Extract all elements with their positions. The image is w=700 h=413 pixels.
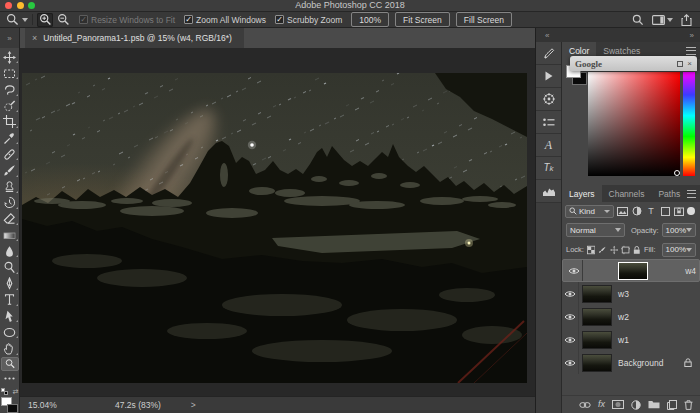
lock-image-pixels-icon[interactable] <box>598 245 606 255</box>
lock-position-icon[interactable] <box>610 245 618 255</box>
pen-tool[interactable] <box>1 276 19 292</box>
toolbar-collapse-button[interactable]: » <box>0 28 20 48</box>
lock-transparent-pixels-icon[interactable] <box>587 245 595 255</box>
new-layer-icon[interactable] <box>667 400 677 410</box>
search-icon[interactable] <box>632 14 644 26</box>
filter-wheel-panel-icon[interactable] <box>536 88 561 111</box>
zoom-in-button[interactable] <box>37 13 53 27</box>
spot-healing-brush-tool[interactable] <box>1 146 19 162</box>
opacity-dropdown[interactable]: 100% <box>662 223 696 237</box>
fill-dropdown[interactable]: 100% <box>662 243 696 257</box>
brush-tool[interactable] <box>1 162 19 178</box>
tab-paths[interactable]: Paths <box>651 185 687 202</box>
layer-thumbnail[interactable] <box>618 262 648 280</box>
document-canvas[interactable] <box>22 73 527 383</box>
eraser-tool[interactable] <box>1 211 19 227</box>
quick-selection-tool[interactable] <box>1 98 19 114</box>
visibility-toggle[interactable] <box>566 260 583 281</box>
brush-settings-panel-icon[interactable] <box>536 42 561 65</box>
add-layer-mask-icon[interactable] <box>612 400 624 409</box>
history-brush-tool[interactable] <box>1 195 19 211</box>
layer-name[interactable]: Background <box>618 358 663 368</box>
fit-screen-button[interactable]: Fit Screen <box>395 12 450 27</box>
layer-thumbnail[interactable] <box>582 331 612 349</box>
eyedropper-tool[interactable] <box>1 130 19 146</box>
panel-menu-icon[interactable] <box>687 190 696 198</box>
histogram-panel-icon[interactable] <box>536 180 561 203</box>
visibility-toggle[interactable] <box>562 305 579 328</box>
filter-adjustment-layers-icon[interactable] <box>631 205 643 218</box>
character-panel-icon[interactable] <box>536 111 561 134</box>
layer-thumbnail[interactable] <box>582 354 612 372</box>
google-extension-window[interactable]: Google × <box>570 56 697 71</box>
rectangular-marquee-tool[interactable] <box>1 65 19 81</box>
filter-smart-objects-icon[interactable] <box>673 205 685 218</box>
layer-row-w4[interactable]: w4 <box>562 259 700 282</box>
swap-colors-icon[interactable]: ⇄ <box>13 388 19 396</box>
lasso-tool[interactable] <box>1 81 19 97</box>
zoom-100-button[interactable]: 100% <box>351 12 389 27</box>
close-icon[interactable]: × <box>687 59 692 68</box>
zoom-level-field[interactable]: 15.04% <box>28 400 83 410</box>
filter-pixel-layers-icon[interactable] <box>616 205 628 218</box>
layer-name[interactable]: w2 <box>618 312 629 322</box>
link-layers-icon[interactable] <box>579 401 591 409</box>
path-selection-tool[interactable] <box>1 308 19 324</box>
layer-name[interactable]: w3 <box>618 289 629 299</box>
typekit-panel-icon[interactable]: Tk <box>536 157 561 180</box>
document-tab[interactable]: × Untitled_Panorama1-1.psb @ 15% (w4, RG… <box>25 28 244 48</box>
collapse-panels-icon[interactable]: » <box>690 31 694 40</box>
filter-type-layers-icon[interactable]: T <box>645 205 657 218</box>
edit-toolbar-button[interactable] <box>1 371 19 387</box>
visibility-toggle[interactable] <box>562 282 579 305</box>
move-tool[interactable] <box>1 49 19 65</box>
actions-panel-icon[interactable] <box>536 65 561 88</box>
blend-mode-dropdown[interactable]: Normal <box>566 223 625 237</box>
dodge-tool[interactable] <box>1 259 19 275</box>
layer-thumbnail[interactable] <box>582 308 612 326</box>
close-tab-icon[interactable]: × <box>32 33 37 43</box>
filtering-toggle[interactable] <box>687 207 695 215</box>
expand-panels-icon[interactable]: « <box>545 31 549 40</box>
layer-style-icon[interactable]: fx <box>598 400 605 409</box>
foreground-background-swatches[interactable] <box>1 397 19 413</box>
resize-windows-checkbox-group[interactable]: ✓ Resize Windows to Fit <box>79 15 175 25</box>
clone-stamp-tool[interactable] <box>1 179 19 195</box>
ellipse-shape-tool[interactable] <box>1 324 19 340</box>
zoom-tool[interactable] <box>1 357 19 371</box>
blur-tool[interactable] <box>1 243 19 259</box>
delete-layer-icon[interactable] <box>684 400 693 410</box>
workspace-switcher[interactable] <box>652 15 673 25</box>
background-color-swatch[interactable] <box>7 404 18 413</box>
color-picker-marker[interactable] <box>674 170 680 176</box>
new-adjustment-layer-icon[interactable] <box>631 400 641 410</box>
zoom-tool-indicator[interactable] <box>6 13 28 26</box>
maximize-icon[interactable] <box>677 61 683 67</box>
layer-row-w3[interactable]: w3 <box>562 282 700 305</box>
default-colors-icon[interactable] <box>1 388 9 396</box>
status-options-chevron[interactable]: > <box>191 400 196 410</box>
visibility-toggle[interactable] <box>562 351 579 374</box>
lock-all-icon[interactable] <box>633 245 641 255</box>
fill-screen-button[interactable]: Fill Screen <box>456 12 512 27</box>
layer-row-w1[interactable]: w1 <box>562 328 700 351</box>
visibility-toggle[interactable] <box>562 328 579 351</box>
layer-thumbnail[interactable] <box>582 285 612 303</box>
zoom-all-windows-checkbox-group[interactable]: ✓ Zoom All Windows <box>184 15 266 25</box>
saturation-brightness-field[interactable] <box>588 72 680 176</box>
gradient-tool[interactable] <box>1 227 19 243</box>
tab-layers[interactable]: Layers <box>562 185 602 202</box>
panel-menu-icon[interactable] <box>686 47 696 55</box>
glyphs-panel-icon[interactable]: A <box>536 134 561 157</box>
layer-row-w2[interactable]: w2 <box>562 305 700 328</box>
scrubby-zoom-checkbox-group[interactable]: ✓ Scrubby Zoom <box>275 15 342 25</box>
share-icon[interactable] <box>681 14 692 26</box>
layer-row-background[interactable]: Background <box>562 351 700 374</box>
lock-artboard-icon[interactable] <box>621 245 630 255</box>
crop-tool[interactable] <box>1 114 19 130</box>
filter-shape-layers-icon[interactable] <box>659 205 671 218</box>
layer-name[interactable]: w1 <box>618 335 629 345</box>
hue-slider[interactable] <box>683 72 695 176</box>
filter-kind-dropdown[interactable]: Kind <box>565 205 614 218</box>
layer-name[interactable]: w4 <box>685 266 696 276</box>
